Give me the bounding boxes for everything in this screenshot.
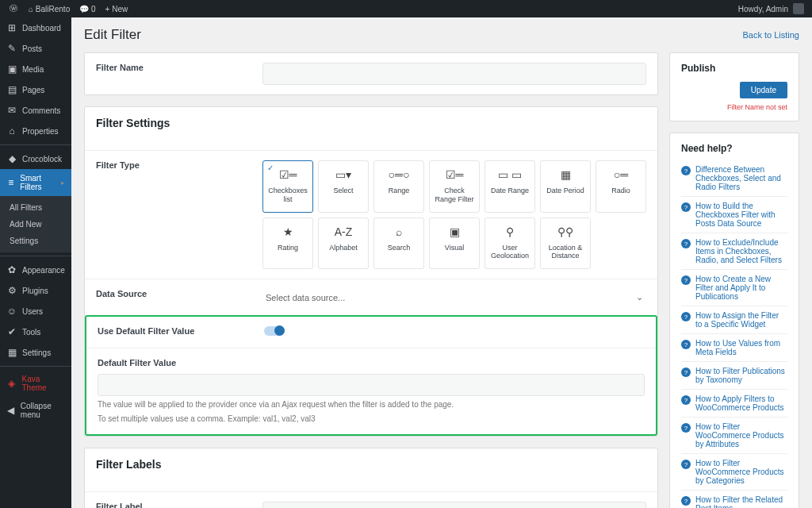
sidebar-item-dashboard[interactable]: ⊞Dashboard <box>0 17 71 38</box>
help-link[interactable]: ?How to Filter the Related Post Items <box>681 490 787 508</box>
menu-icon: ▦ <box>6 347 17 358</box>
filter-type-rating[interactable]: ★Rating <box>262 217 313 270</box>
sidebar-item-media[interactable]: ▣Media <box>0 59 71 79</box>
help-link[interactable]: ?How to Use Values from Meta Fields <box>681 333 787 361</box>
help-link[interactable]: ?How to Build the Checkboxes Filter with… <box>681 196 787 233</box>
filter-label-input[interactable] <box>262 502 646 508</box>
sidebar-sub-all-filters[interactable]: All Filters <box>0 199 71 216</box>
menu-icon: ☺ <box>6 306 17 317</box>
filter-type-search[interactable]: ⌕Search <box>373 217 424 270</box>
publish-panel: Publish Update Filter Name not set <box>669 52 799 121</box>
filter-type-range[interactable]: ○═○Range <box>373 160 424 213</box>
data-source-label: Data Source <box>96 289 262 298</box>
type-icon: ○═○ <box>389 167 410 182</box>
sidebar-item-comments[interactable]: ✉Comments <box>0 100 71 121</box>
help-link[interactable]: ?Difference Between Checkboxes, Select a… <box>681 160 787 196</box>
filter-name-panel: Filter Name <box>84 52 658 95</box>
filter-type-location-&-distance[interactable]: ⚲⚲Location & Distance <box>540 217 591 270</box>
avatar-icon[interactable] <box>793 3 804 14</box>
type-icon: ○═ <box>614 167 628 182</box>
sidebar-sub-settings[interactable]: Settings <box>0 233 71 249</box>
type-icon: ▦ <box>561 167 571 182</box>
menu-icon: ▣ <box>6 64 17 75</box>
type-icon: ▣ <box>450 225 460 239</box>
help-icon: ? <box>681 312 691 321</box>
menu-icon: ◀ <box>6 405 16 416</box>
help-link[interactable]: ?How to Filter WooCommerce Products by A… <box>681 417 787 453</box>
default-value-label: Default Filter Value <box>98 358 645 368</box>
menu-icon: ◆ <box>6 153 17 164</box>
sidebar-item-plugins[interactable]: ⚙Plugins <box>0 280 71 301</box>
sidebar-item-smart-filters[interactable]: ≡Smart Filters▸ <box>0 169 71 196</box>
help-heading: Need help? <box>681 143 787 154</box>
sidebar-item-kava-theme[interactable]: ◈Kava Theme <box>0 370 71 397</box>
update-button[interactable]: Update <box>740 82 787 98</box>
filter-name-input[interactable] <box>262 63 646 85</box>
default-value-help2: To set multiple values use a comma. Exam… <box>98 414 645 425</box>
filter-labels-heading: Filter Labels <box>96 458 646 471</box>
back-to-listing-link[interactable]: Back to Listing <box>742 30 799 40</box>
page-title: Edit Filter <box>84 27 141 43</box>
help-icon: ? <box>681 460 691 469</box>
sidebar-item-appearance[interactable]: ✿Appearance <box>0 260 71 280</box>
wordpress-logo-icon[interactable]: ⓦ <box>8 3 19 14</box>
menu-icon: ✿ <box>6 264 17 275</box>
filter-type-radio[interactable]: ○═Radio <box>596 160 646 213</box>
menu-icon: ⊞ <box>6 22 17 33</box>
type-icon: A-Z <box>335 225 353 239</box>
type-icon: ★ <box>283 225 293 239</box>
main-content: Edit Filter Back to Listing Filter Name … <box>71 17 812 508</box>
help-icon: ? <box>681 423 691 433</box>
new-link[interactable]: + New <box>105 5 128 13</box>
sidebar-item-properties[interactable]: ⌂Properties <box>0 121 71 141</box>
menu-icon: ▤ <box>6 84 17 95</box>
comments-link[interactable]: 💬 0 <box>79 5 95 13</box>
data-source-select[interactable]: Select data source... ⌄ <box>262 289 646 306</box>
help-icon: ? <box>681 395 691 405</box>
check-icon: ✓ <box>267 164 274 172</box>
sidebar-item-settings[interactable]: ▦Settings <box>0 342 71 363</box>
filter-type-visual[interactable]: ▣Visual <box>429 217 480 270</box>
sidebar-item-pages[interactable]: ▤Pages <box>0 79 71 100</box>
help-link[interactable]: ?How to Filter WooCommerce Products by C… <box>681 453 787 490</box>
filter-type-alphabet[interactable]: A-ZAlphabet <box>318 217 369 270</box>
help-panel: Need help? ?Difference Between Checkboxe… <box>669 133 799 508</box>
howdy-text[interactable]: Howdy, Admin <box>738 5 788 13</box>
filter-settings-panel: Filter Settings Filter Type ✓☑═Checkboxe… <box>84 106 658 437</box>
sidebar-item-users[interactable]: ☺Users <box>0 301 71 321</box>
filter-name-label: Filter Name <box>96 63 262 72</box>
help-icon: ? <box>681 202 691 212</box>
help-icon: ? <box>681 275 691 285</box>
sidebar-item-collapse-menu[interactable]: ◀Collapse menu <box>0 397 71 424</box>
highlighted-section: Use Default Filter Value Default Filter … <box>85 315 657 436</box>
chevron-right-icon: ▸ <box>61 179 65 187</box>
filter-type-checkboxes-list[interactable]: ✓☑═Checkboxes list <box>262 160 313 213</box>
type-icon: ☑═ <box>446 167 464 182</box>
help-link[interactable]: ?How to Filter Publications by Taxonomy <box>681 361 787 389</box>
sidebar-sub-add-new[interactable]: Add New <box>0 216 71 233</box>
help-icon: ? <box>681 239 691 248</box>
help-icon: ? <box>681 368 691 377</box>
menu-icon: ✔ <box>6 326 17 337</box>
filter-labels-panel: Filter Labels Filter Label Active Filter… <box>84 448 658 508</box>
filter-type-check-range-filter[interactable]: ☑═Check Range Filter <box>429 160 480 213</box>
default-value-input[interactable] <box>98 374 645 396</box>
admin-sidebar: ⊞Dashboard✎Posts▣Media▤Pages✉Comments⌂Pr… <box>0 17 71 508</box>
help-icon: ? <box>681 166 691 175</box>
filter-type-select[interactable]: ▭▾Select <box>318 160 369 213</box>
site-link[interactable]: ⌂ BaliRento <box>29 5 70 13</box>
use-default-toggle[interactable] <box>264 326 285 336</box>
help-link[interactable]: ?How to Exclude/Include Items in Checkbo… <box>681 233 787 269</box>
filter-type-user-geolocation[interactable]: ⚲User Geolocation <box>485 217 535 270</box>
filter-type-date-period[interactable]: ▦Date Period <box>540 160 591 213</box>
filter-type-date-range[interactable]: ▭ ▭Date Range <box>485 160 535 213</box>
filter-settings-heading: Filter Settings <box>96 117 646 129</box>
use-default-label: Use Default Filter Value <box>98 326 264 336</box>
sidebar-item-posts[interactable]: ✎Posts <box>0 38 71 59</box>
type-icon: ▭ ▭ <box>498 167 522 182</box>
help-link[interactable]: ?How to Create a New Filter and Apply It… <box>681 269 787 306</box>
sidebar-item-tools[interactable]: ✔Tools <box>0 321 71 342</box>
sidebar-item-crocoblock[interactable]: ◆Crocoblock <box>0 148 71 169</box>
help-link[interactable]: ?How to Apply Filters to WooCommerce Pro… <box>681 389 787 417</box>
help-link[interactable]: ?How to Assign the Filter to a Specific … <box>681 306 787 333</box>
